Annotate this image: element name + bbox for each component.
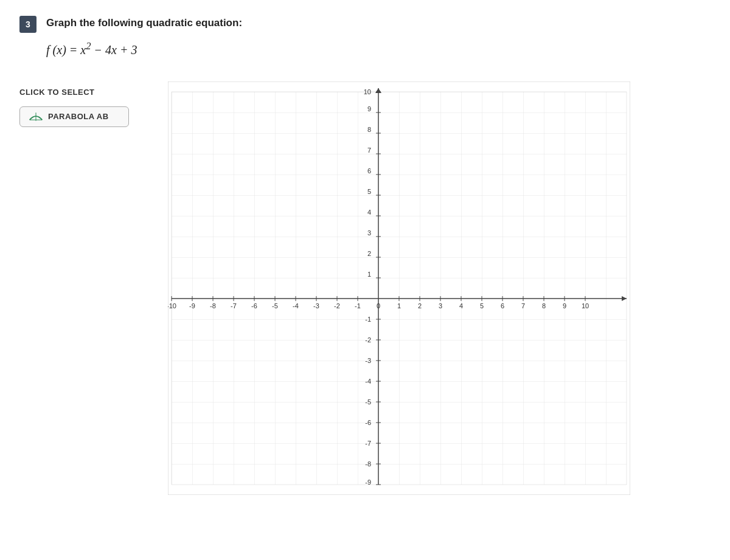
svg-text:-1: -1 [365,316,371,323]
content-area: CLICK TO SELECT PARABOLA AB [19,81,711,495]
click-to-select-label: CLICK TO SELECT [19,88,153,97]
question-number: 3 [19,16,36,33]
parabola-icon [29,111,43,122]
svg-text:-4: -4 [293,302,299,309]
svg-text:8: 8 [367,126,371,133]
svg-text:-4: -4 [365,378,371,385]
svg-text:2: 2 [367,250,371,257]
svg-text:-6: -6 [251,302,257,309]
question-header: 3 Graph the following quadratic equation… [19,15,711,33]
svg-text:-9: -9 [189,302,195,309]
svg-text:-7: -7 [365,440,371,447]
svg-text:4: 4 [459,302,463,309]
svg-text:9: 9 [367,105,371,112]
svg-text:6: 6 [367,167,371,175]
svg-text:2: 2 [418,302,422,309]
page: 3 Graph the following quadratic equation… [0,0,730,560]
svg-text:10: 10 [582,302,589,309]
svg-text:0: 0 [377,302,380,309]
svg-text:-1: -1 [355,302,361,309]
svg-text:-3: -3 [365,357,371,364]
svg-text:3: 3 [439,302,442,309]
svg-text:4: 4 [367,209,371,216]
parabola-ab-button[interactable]: PARABOLA AB [19,106,129,127]
svg-text:5: 5 [367,188,371,195]
svg-text:-5: -5 [365,398,371,406]
svg-rect-3 [172,92,627,485]
svg-text:-8: -8 [365,460,371,468]
svg-text:9: 9 [563,302,566,309]
svg-text:-8: -8 [210,302,216,309]
svg-text:10: 10 [364,88,371,95]
equation: f (x) = x2 − 4x + 3 [46,40,711,57]
svg-text:-6: -6 [365,419,371,426]
svg-text:1: 1 [367,271,371,278]
svg-text:-7: -7 [231,302,237,309]
svg-text:-2: -2 [334,302,340,309]
svg-text:-2: -2 [365,336,371,344]
svg-text:8: 8 [542,302,546,309]
left-panel: CLICK TO SELECT PARABOLA AB [19,81,153,127]
svg-text:1: 1 [397,302,401,309]
svg-text:5: 5 [480,302,484,309]
graph-container: -10 -9 -8 -7 -6 -5 -4 -3 -2 -1 0 1 2 3 4… [168,81,711,495]
svg-text:-5: -5 [272,302,278,309]
svg-text:-9: -9 [365,479,371,486]
coordinate-graph: -10 -9 -8 -7 -6 -5 -4 -3 -2 -1 0 1 2 3 4… [168,81,630,495]
svg-text:-10: -10 [168,302,176,309]
svg-text:6: 6 [501,302,504,309]
parabola-ab-label: PARABOLA AB [48,112,109,121]
question-text: Graph the following quadratic equation: [46,15,242,29]
svg-text:7: 7 [367,147,371,154]
svg-text:3: 3 [367,229,371,237]
svg-text:-3: -3 [313,302,319,309]
svg-text:7: 7 [521,302,525,309]
